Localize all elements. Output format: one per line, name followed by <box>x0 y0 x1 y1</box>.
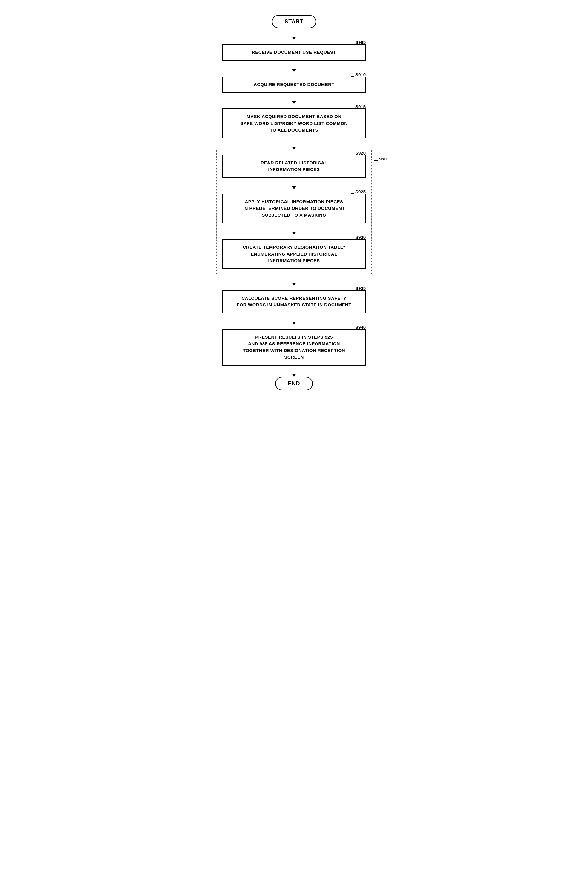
group-label-950: 950 <box>374 156 387 161</box>
step-label-row-915: S915 <box>222 104 366 109</box>
arrow-7 <box>292 274 296 286</box>
step-905-box: RECEIVE DOCUMENT USE REQUEST <box>222 44 366 61</box>
arrow-1 <box>292 29 296 40</box>
step-label-row-930: S930 <box>222 234 366 240</box>
arrow-5 <box>292 178 296 189</box>
step-925-box: APPLY HISTORICAL INFORMATION PIECESIN PR… <box>222 194 366 224</box>
step-label-935: S935 <box>351 286 366 291</box>
step-label-925: S925 <box>351 189 366 194</box>
end-capsule: END <box>275 377 312 390</box>
step-label-905: S905 <box>351 40 366 45</box>
step-935-box: CALCULATE SCORE REPRESENTING SAFETYFOR W… <box>222 290 366 313</box>
step-940-box: PRESENT RESULTS IN STEPS 925AND 935 AS R… <box>222 329 366 365</box>
step-910-box: ACQUIRE REQUESTED DOCUMENT <box>222 77 366 93</box>
step-label-row-925: S925 <box>222 189 366 194</box>
start-capsule: START <box>272 15 316 29</box>
step-915-box: MASK ACQUIRED DOCUMENT BASED ONSAFE WORD… <box>222 108 366 138</box>
flowchart: START S905 RECEIVE DOCUMENT USE REQUEST … <box>189 6 399 399</box>
arrow-3 <box>292 93 296 104</box>
arrow-4 <box>292 138 296 150</box>
dashed-group-950: 950 S920 READ RELATED HISTORICALINFORMAT… <box>216 150 372 274</box>
step-label-920: S920 <box>351 150 366 155</box>
step-label-row-920: S920 <box>222 150 366 155</box>
step-label-930: S930 <box>351 234 366 240</box>
step-label-row-910: S910 <box>222 72 366 77</box>
step-label-row-905: S905 <box>222 40 366 45</box>
step-920-box: READ RELATED HISTORICALINFORMATION PIECE… <box>222 155 366 178</box>
step-label-row-940: S940 <box>222 325 366 330</box>
step-label-910: S910 <box>351 72 366 77</box>
step-930-box: CREATE TEMPORARY DESIGNATION TABLE*ENUME… <box>222 239 366 269</box>
arrow-6 <box>292 223 296 234</box>
arrow-8 <box>292 313 296 325</box>
step-label-940: S940 <box>351 325 366 330</box>
arrow-2 <box>292 61 296 72</box>
arrow-9 <box>292 365 296 377</box>
step-label-row-935: S935 <box>222 286 366 291</box>
step-label-915: S915 <box>351 104 366 109</box>
